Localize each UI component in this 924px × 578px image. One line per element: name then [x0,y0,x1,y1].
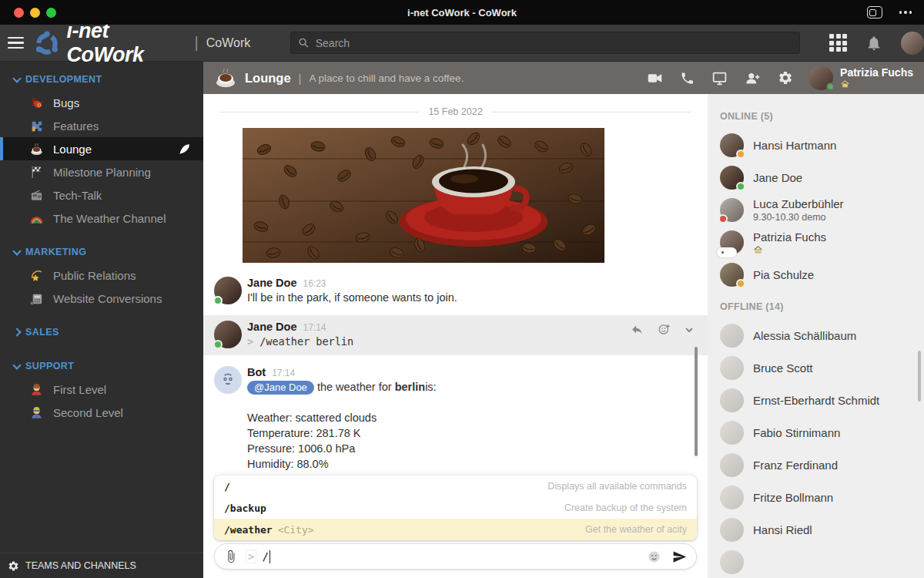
message-author[interactable]: Jane Doe [247,321,296,333]
coffee-icon [29,142,44,156]
agent-red-icon [29,382,44,397]
agent-blue-icon [29,405,44,420]
add-reaction-icon[interactable] [658,323,671,336]
member-row[interactable]: Alessia Schällibaum [720,323,924,348]
video-icon[interactable] [647,70,663,86]
sidebar-section-support[interactable]: SUPPORT [0,353,203,378]
brand: i-net CoWork [33,19,184,67]
member-row[interactable]: Hansi Riedl [720,517,924,543]
robot-icon [218,370,238,390]
message-text: I'll be in the park, if someone wants to… [247,291,697,304]
message-author[interactable]: Jane Doe [247,277,296,289]
sidebar-item-website-conversions[interactable]: Website Conversions [0,287,203,310]
sidebar-item-public-relations[interactable]: Public Relations [0,264,203,287]
current-user[interactable]: Patrizia Fuchs [808,66,913,90]
message-author[interactable]: Bot [247,366,266,378]
tab-overview-icon[interactable] [867,6,882,18]
reply-icon[interactable] [631,323,644,336]
phone-icon[interactable] [680,71,695,86]
sidebar-item-features[interactable]: Features [0,114,203,137]
avatar [720,166,744,190]
custom-status-pill [717,247,737,257]
command-option-weather[interactable]: /weather <City> Get the weather of acity [214,519,697,540]
gear-icon[interactable] [778,70,793,86]
sidebar-section-sales[interactable]: SALES [0,319,203,344]
status-dot [213,296,223,305]
shooting-star-icon [29,268,44,283]
radio-icon [29,188,44,203]
flag-icon [29,165,44,180]
chevron-down-icon[interactable] [685,325,694,334]
avatar [720,486,744,509]
coffee-photo[interactable] [243,128,604,263]
member-row[interactable]: Fabio Stirnimann [720,420,924,445]
brand-logo-icon [33,29,61,58]
home-icon [840,79,850,89]
teams-and-channels-button[interactable]: TEAMS AND CHANNELS [0,553,203,578]
emoji-icon[interactable] [647,549,661,564]
command-option-slash[interactable]: / Displays all available commands [214,476,697,497]
avatar[interactable] [214,277,242,304]
avatar [808,66,833,90]
avatar[interactable] [214,321,242,348]
attachment-icon[interactable] [224,549,238,563]
message-composer[interactable]: > / [214,543,697,570]
bot-avatar[interactable] [214,366,242,394]
avatar [720,356,744,380]
chat-area: 15 Feb 2022 [203,94,708,578]
member-row[interactable]: Jane Doe [720,165,924,190]
composer-input[interactable]: > / [246,549,647,563]
current-user-name: Patrizia Fuchs [840,67,913,78]
chevron-down-icon [12,74,21,82]
date-divider: 15 Feb 2022 [220,106,691,117]
sidebar-item-first-level[interactable]: First Level [0,378,203,401]
app-header: i-net CoWork | CoWork [0,25,924,62]
text-caret [270,550,270,563]
status-dot [736,150,745,159]
member-row[interactable]: Ernst-Eberhardt Schmidt [720,388,924,413]
member-row[interactable]: Fritze Bollmann [720,485,924,510]
sidebar-item-bugs[interactable]: Bugs [0,91,203,114]
add-user-icon[interactable] [745,70,761,86]
puzzle-icon [29,119,44,133]
rainbow-icon [29,211,44,226]
member-row[interactable]: Luca Zuberbühler 9.30-10.30 demo [720,197,924,223]
sidebar-item-milestone-planning[interactable]: Milestone Planning [0,160,203,183]
search-input[interactable] [316,37,792,49]
profile-avatar[interactable] [901,32,924,55]
apps-grid-icon[interactable] [829,34,847,52]
sidebar-item-weather-channel[interactable]: The Weather Channel [0,207,203,230]
member-row[interactable]: Franz Ferdinand [720,452,924,478]
status-dot [736,182,745,191]
command-option-backup[interactable]: /backup Create backup of the system [214,497,697,519]
member-row[interactable] [720,549,924,575]
members-scrollbar[interactable] [918,351,921,402]
bell-icon[interactable] [865,35,882,52]
mention-pill[interactable]: @Jane Doe [247,381,314,395]
sidebar-section-marketing[interactable]: MARKETING [0,239,203,264]
member-row[interactable]: Bruce Scott [720,355,924,381]
calculator-icon [29,291,44,306]
status-dot [826,82,835,91]
weather-report: Weather: scattered clouds Temperature: 2… [247,410,697,472]
send-icon[interactable] [672,549,687,564]
channel-topic: A place to chill and have a coffee. [309,72,464,84]
more-icon[interactable] [899,11,912,14]
sidebar-item-second-level[interactable]: Second Level [0,401,203,424]
titlebar: i-net CoWork - CoWork [0,0,924,25]
sidebar-item-lounge[interactable]: Lounge [0,137,203,160]
home-icon [753,245,763,254]
online-header: ONLINE (5) [720,111,924,122]
offline-header: OFFLINE (14) [720,301,924,312]
member-row[interactable]: Patrizia Fuchs [720,230,924,255]
avatar [720,230,744,254]
chat-scrollbar[interactable] [695,347,698,456]
menu-icon[interactable] [8,34,24,52]
sidebar-item-tech-talk[interactable]: Tech-Talk [0,183,203,207]
member-row[interactable]: Hansi Hartmann [720,133,924,158]
message-time: 16:23 [303,278,326,289]
search-bar[interactable] [290,32,800,54]
sidebar-section-development[interactable]: DEVELOPMENT [0,66,203,91]
member-row[interactable]: Pia Schulze [720,262,924,287]
screenshare-icon[interactable] [711,70,728,86]
